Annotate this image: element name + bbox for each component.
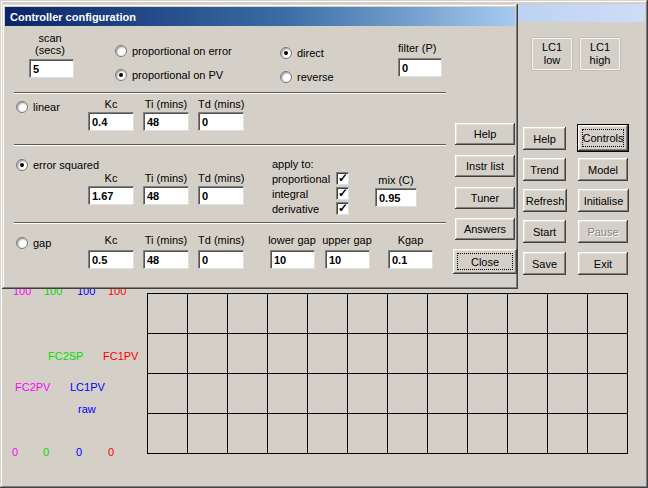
- lower-gap-input[interactable]: [270, 250, 315, 269]
- kgap-input[interactable]: [388, 250, 433, 269]
- radio-proportional-on-error[interactable]: proportional on error: [115, 44, 232, 57]
- dialog-close-button[interactable]: Close: [453, 249, 517, 274]
- radio-icon: [115, 45, 127, 57]
- radio-proportional-on-error-label: proportional on error: [132, 45, 232, 57]
- gap-td-input[interactable]: [198, 250, 244, 269]
- mix-label: mix (C): [373, 174, 419, 186]
- error-squared-td-input[interactable]: [198, 186, 244, 205]
- radio-proportional-on-pv-label: proportional on PV: [132, 69, 223, 81]
- linear-td-label: Td (mins): [198, 98, 244, 110]
- proportional-checkbox[interactable]: [336, 172, 349, 185]
- scale-bottom-fc1pv: 0: [108, 446, 114, 458]
- linear-kc-label: Kc: [88, 98, 134, 110]
- panel-start-button[interactable]: Start: [523, 220, 566, 243]
- scale-bottom-lc1pv: 0: [76, 446, 82, 458]
- radio-reverse[interactable]: reverse: [280, 70, 334, 83]
- dialog-tuner-button[interactable]: Tuner: [455, 187, 515, 209]
- indicator-lc1-low[interactable]: LC1 low: [532, 38, 572, 70]
- indicator-lc1-low-line2: low: [544, 54, 561, 67]
- apply-integral-label: integral: [272, 188, 308, 200]
- dialog-titlebar[interactable]: Controller configuration: [5, 7, 515, 26]
- filter-input[interactable]: [398, 58, 442, 77]
- panel-save-button[interactable]: Save: [523, 252, 566, 275]
- separator: [14, 144, 446, 146]
- kgap-label: Kgap: [388, 234, 433, 246]
- apply-to-label: apply to:: [272, 158, 314, 170]
- panel-pause-button[interactable]: Pause: [578, 220, 628, 243]
- gap-td-label: Td (mins): [198, 234, 244, 246]
- radio-icon: [115, 69, 127, 81]
- main-window: 100 100 100 100 FC2SP FC1PV FC2PV LC1PV …: [0, 0, 648, 488]
- radio-proportional-on-pv[interactable]: proportional on PV: [115, 68, 223, 81]
- radio-error-squared[interactable]: error squared: [16, 158, 99, 171]
- panel-model-button[interactable]: Model: [578, 158, 628, 181]
- indicator-lc1-high-line2: high: [590, 54, 611, 67]
- apply-proportional-label: proportional: [272, 173, 330, 185]
- tag-lc1pv-raw: raw: [78, 403, 96, 415]
- radio-reverse-label: reverse: [297, 71, 334, 83]
- indicator-lc1-high-line1: LC1: [590, 41, 610, 54]
- tag-lc1pv: LC1PV: [70, 381, 105, 393]
- panel-trend-button[interactable]: Trend: [523, 158, 566, 181]
- panel-exit-button[interactable]: Exit: [578, 252, 628, 275]
- radio-linear[interactable]: linear: [16, 100, 60, 113]
- tag-fc1pv: FC1PV: [103, 350, 138, 362]
- trend-plot-grid: [147, 293, 628, 454]
- error-squared-td-label: Td (mins): [198, 172, 244, 184]
- radio-error-squared-label: error squared: [33, 159, 99, 171]
- linear-ti-label: Ti (mins): [143, 98, 189, 110]
- radio-gap-label: gap: [33, 237, 51, 249]
- tag-fc2sp: FC2SP: [48, 350, 83, 362]
- gap-kc-input[interactable]: [88, 250, 134, 269]
- separator: [14, 222, 446, 224]
- radio-icon: [16, 237, 28, 249]
- dialog-instr-list-button[interactable]: Instr list: [455, 155, 515, 177]
- filter-label: filter (P): [398, 42, 437, 54]
- panel-controls-button[interactable]: Controls: [578, 125, 628, 151]
- mix-input[interactable]: [375, 188, 417, 207]
- scan-label: scan (secs): [22, 32, 78, 56]
- linear-ti-input[interactable]: [143, 112, 189, 131]
- radio-icon: [16, 101, 28, 113]
- gap-ti-label: Ti (mins): [143, 234, 189, 246]
- tag-fc2pv: FC2PV: [15, 381, 50, 393]
- radio-linear-label: linear: [33, 101, 60, 113]
- gap-kc-label: Kc: [88, 234, 134, 246]
- panel-refresh-button[interactable]: Refresh: [523, 189, 567, 212]
- scan-label-line2: (secs): [22, 44, 78, 56]
- gap-ti-input[interactable]: [143, 250, 189, 269]
- apply-derivative-label: derivative: [272, 203, 319, 215]
- derivative-checkbox[interactable]: [336, 202, 349, 215]
- indicator-lc1-low-line1: LC1: [542, 41, 562, 54]
- separator: [14, 92, 446, 94]
- upper-gap-label: upper gap: [321, 234, 373, 246]
- dialog-title: Controller configuration: [10, 11, 136, 23]
- panel-help-button[interactable]: Help: [523, 127, 566, 150]
- scale-bottom-fc2sp: 0: [43, 446, 49, 458]
- scale-bottom-fc2pv: 0: [12, 446, 18, 458]
- indicator-lc1-high[interactable]: LC1 high: [580, 38, 620, 70]
- radio-direct[interactable]: direct: [280, 46, 324, 59]
- error-squared-kc-input[interactable]: [88, 186, 134, 205]
- controller-configuration-dialog: Controller configuration scan (secs) pro…: [2, 4, 518, 289]
- dialog-help-button[interactable]: Help: [455, 123, 515, 145]
- integral-checkbox[interactable]: [336, 187, 349, 200]
- dialog-answers-button[interactable]: Answers: [455, 218, 515, 240]
- error-squared-ti-label: Ti (mins): [143, 172, 189, 184]
- radio-direct-label: direct: [297, 47, 324, 59]
- radio-icon: [280, 71, 292, 83]
- radio-icon: [16, 159, 28, 171]
- error-squared-ti-input[interactable]: [143, 186, 189, 205]
- radio-gap[interactable]: gap: [16, 236, 51, 249]
- lower-gap-label: lower gap: [266, 234, 318, 246]
- panel-initialise-button[interactable]: Initialise: [578, 189, 629, 212]
- linear-kc-input[interactable]: [88, 112, 134, 131]
- scan-label-line1: scan: [22, 32, 78, 44]
- scan-input[interactable]: [29, 59, 74, 78]
- radio-icon: [280, 47, 292, 59]
- upper-gap-input[interactable]: [325, 250, 370, 269]
- linear-td-input[interactable]: [198, 112, 244, 131]
- error-squared-kc-label: Kc: [88, 172, 134, 184]
